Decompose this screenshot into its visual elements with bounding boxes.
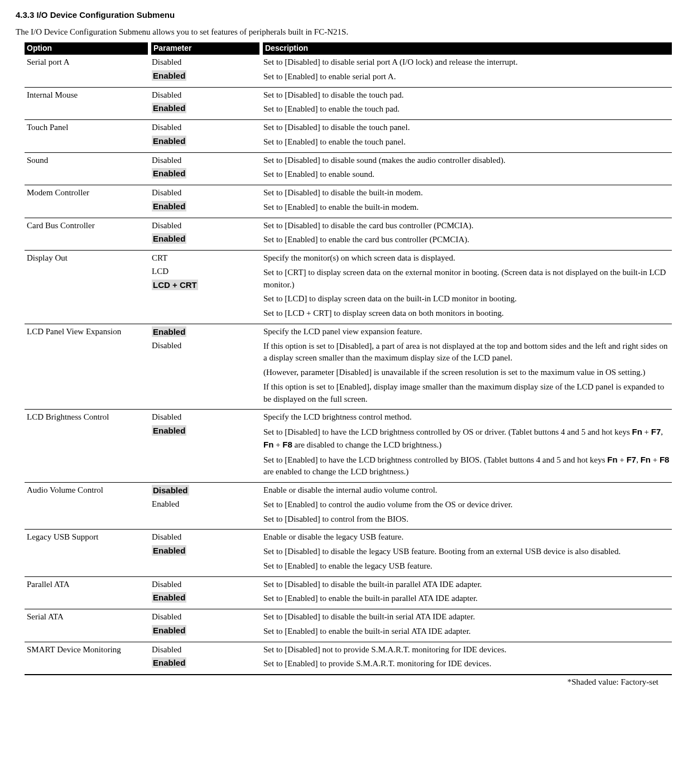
description-line: Set to [Enabled] to enable sound. [263,169,670,181]
parameter-shaded: Enabled [152,425,186,436]
option-cell: Modem Controller [25,185,150,218]
description-cell: Set to [Disabled] to disable serial port… [261,55,672,88]
parameter-cell: DisabledEnabled [150,87,261,120]
option-cell: Internal Mouse [25,87,150,120]
option-cell: Sound [25,152,150,185]
description-cell: Set to [Disabled] to disable sound (make… [261,152,672,185]
description-cell: Specify the LCD brightness control metho… [261,410,672,483]
table-row: Serial ATADisabledEnabledSet to [Disable… [25,609,672,642]
description-cell: Set to [Disabled] to disable the card bu… [261,218,672,251]
option-cell: LCD Panel View Expansion [25,324,150,410]
description-cell: Set to [Disabled] not to provide S.M.A.R… [261,642,672,675]
parameter-value: Disabled [152,644,259,656]
description-line: Set to [Enabled] to enable the built-in … [263,201,670,214]
table-row: SMART Device MonitoringDisabledEnabledSe… [25,642,672,675]
table-row: Touch PanelDisabledEnabledSet to [Disabl… [25,120,672,153]
description-cell: Specify the monitor(s) on which screen d… [261,251,672,324]
parameter-shaded: Enabled [152,545,186,556]
parameter-cell: DisabledEnabled [150,185,261,218]
parameter-cell: DisabledEnabled [150,483,261,530]
description-line: Set to [Disabled] to control from the BI… [263,513,670,526]
parameter-value: Disabled [152,611,259,623]
description-line: Set to [CRT] to display screen data on t… [263,267,670,291]
description-line: Set to [Enabled] to enable the built-in … [263,593,670,605]
parameter-value: Disabled [152,531,259,543]
description-line: Set to [Disabled] to disable the legacy … [263,546,670,558]
intro-text: The I/O Device Configuration Submenu all… [16,27,675,37]
parameter-shaded: Enabled [152,70,186,81]
parameter-shaded: Enabled [152,103,186,113]
option-cell: Serial port A [25,55,150,88]
parameter-value: Enabled [152,657,259,670]
parameter-value: Enabled [152,591,259,604]
option-cell: Card Bus Controller [25,218,150,251]
parameter-shaded: LCD + CRT [152,280,198,290]
description-line: Set to [Disabled] to disable serial port… [263,56,670,69]
description-cell: Enable or disable the internal audio vol… [261,483,672,530]
option-cell: Legacy USB Support [25,530,150,576]
table-row: Legacy USB SupportDisabledEnabledEnable … [25,530,672,576]
parameter-shaded: Enabled [152,168,186,179]
description-line: Enable or disable the internal audio vol… [263,484,670,497]
description-line: Set to [Enabled] to enable the touch pan… [263,136,670,148]
table-row: LCD Brightness ControlDisabledEnabledSpe… [25,410,672,483]
description-cell: Set to [Disabled] to disable the touch p… [261,87,672,120]
description-line: Set to [Disabled] to disable the touch p… [263,89,670,102]
description-cell: Set to [Disabled] to disable the built-i… [261,185,672,218]
parameter-shaded: Enabled [152,136,186,146]
col-option: Option [25,42,150,55]
parameter-cell: DisabledEnabled [150,120,261,153]
parameter-value: Enabled [152,425,259,437]
parameter-shaded: Enabled [152,657,186,668]
option-cell: Serial ATA [25,609,150,642]
description-line: Set to [LCD + CRT] to display screen dat… [263,307,670,320]
table-row: LCD Panel View ExpansionEnabledDisabledS… [25,324,672,410]
option-cell: LCD Brightness Control [25,410,150,483]
table-row: Modem ControllerDisabledEnabledSet to [D… [25,185,672,218]
parameter-value: Enabled [152,545,259,557]
description-line: (However, parameter [Disabled] is unavai… [263,367,670,379]
description-line: Set to [Disabled] to disable the card bu… [263,220,670,232]
parameter-value: Disabled [152,220,259,232]
description-line: Set to [Disabled] to disable the built-i… [263,187,670,199]
parameter-cell: DisabledEnabled [150,55,261,88]
parameter-value: Enabled [152,135,259,148]
parameter-value: CRT [152,252,259,264]
parameter-cell: DisabledEnabled [150,576,261,609]
footnote: *Shaded value: Factory-set [8,677,658,687]
description-line: If this option is set to [Enabled], disp… [263,381,670,406]
parameter-shaded: Enabled [152,625,186,636]
description-line: Specify the monitor(s) on which screen d… [263,252,670,264]
table-row: Audio Volume ControlDisabledEnabledEnabl… [25,483,672,530]
description-line: Specify the LCD panel view expansion fea… [263,326,670,338]
parameter-value: Disabled [152,579,259,591]
option-cell: SMART Device Monitoring [25,642,150,675]
description-line: Set to [Disabled] not to provide S.M.A.R… [263,644,670,656]
parameter-value: Disabled [152,122,259,134]
parameter-value: Enabled [152,70,259,83]
parameter-value: Disabled [152,484,259,497]
parameter-value: Disabled [152,89,259,102]
description-line: Set to [Enabled] to enable serial port A… [263,71,670,83]
parameter-value: Disabled [152,411,259,424]
table-row: Serial port ADisabledEnabledSet to [Disa… [25,55,672,88]
description-line: Set to [Enabled] to provide S.M.A.R.T. m… [263,658,670,670]
col-description: Description [261,42,672,55]
option-cell: Touch Panel [25,120,150,153]
description-line: Set to [Disabled] to disable the touch p… [263,122,670,134]
description-cell: Set to [Disabled] to disable the touch p… [261,120,672,153]
description-line: Set to [Disabled] to disable the built-i… [263,579,670,591]
parameter-shaded: Disabled [152,485,189,496]
table-row: Internal MouseDisabledEnabledSet to [Dis… [25,87,672,120]
parameter-value: Disabled [152,155,259,167]
description-line: Set to [Enabled] to control the audio vo… [263,499,670,511]
parameter-cell: DisabledEnabled [150,609,261,642]
col-parameter: Parameter [150,42,261,55]
parameter-value: Enabled [152,200,259,213]
parameter-shaded: Enabled [152,233,186,244]
description-line: Set to [Enabled] to have the LCD brightn… [263,454,670,479]
description-cell: Enable or disable the legacy USB feature… [261,530,672,576]
parameter-cell: DisabledEnabled [150,530,261,576]
parameter-cell: DisabledEnabled [150,410,261,483]
section-heading: 4.3.3 I/O Device Configuration Submenu [16,10,675,20]
